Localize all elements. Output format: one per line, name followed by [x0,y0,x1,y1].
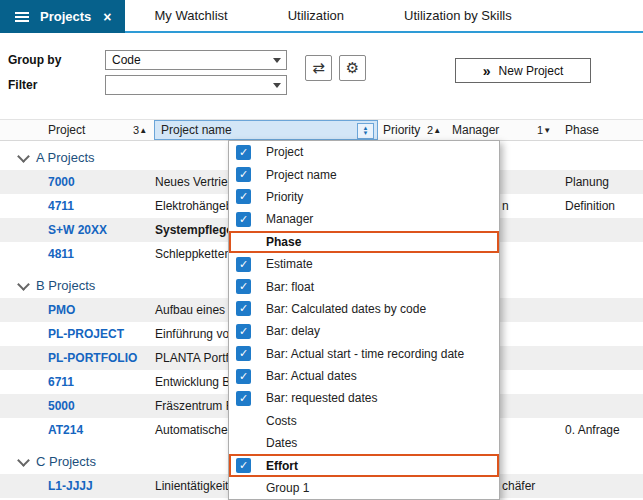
project-name-cell: Automatisches [155,418,234,442]
manager-cell: n [502,194,509,218]
sort-toggle-icon[interactable]: ▲ ▼ [357,123,374,139]
checkbox-checked-icon[interactable]: ✓ [236,458,251,473]
group-by-value: Code [112,53,141,67]
project-name-cell: PLANTA Portfo [155,346,235,370]
column-header-project-name[interactable]: Project name ▲ ▼ [154,120,378,140]
project-code-link[interactable]: 6711 [48,370,74,394]
project-name-cell: Schleppketten [155,242,231,266]
column-header-project[interactable]: Project [48,120,85,140]
project-code-link[interactable]: PL-PORTFOLIO [48,346,137,370]
menu-item-manager[interactable]: ✓Manager [229,208,499,230]
column-header-manager[interactable]: Manager [452,120,499,140]
filter-label: Filter [8,75,37,95]
project-name-cell: Fräszentrum F [155,394,233,418]
hamburger-menu-icon[interactable] [15,16,29,18]
checkbox-unchecked-icon[interactable] [236,436,251,451]
menu-item-bar-float[interactable]: ✓Bar: float [229,275,499,297]
checkbox-checked-icon[interactable]: ✓ [236,279,251,294]
menu-item-bar-requested-dates[interactable]: ✓Bar: requested dates [229,387,499,409]
phase-cell: Planung [565,170,609,194]
filter-select[interactable] [105,75,287,95]
sort-asc-icon: ▲ [139,126,147,135]
column-header-priority[interactable]: Priority [383,120,420,140]
project-name-cell: Einführung von [155,322,236,346]
project-name-cell: Entwicklung Bo [155,370,237,394]
checkbox-checked-icon[interactable]: ✓ [236,391,251,406]
menu-item-phase[interactable]: Phase [229,231,499,253]
project-code-link[interactable]: 7000 [48,170,75,194]
new-project-label: New Project [499,64,564,78]
chevron-down-icon [273,58,281,63]
project-name-cell: Neues Vertrieb [155,170,234,194]
project-code-link[interactable]: 4711 [48,194,74,218]
project-name-cell: Linientätigkeit [155,474,228,498]
column-chooser-menu: ✓Project ✓Project name ✓Priority ✓Manage… [228,140,500,500]
checkbox-checked-icon[interactable]: ✓ [236,189,251,204]
checkbox-checked-icon[interactable]: ✓ [236,257,251,272]
tab-utilization-by-skills[interactable]: Utilization by Skills [374,0,542,31]
checkbox-checked-icon[interactable]: ✓ [236,301,251,316]
sort-indicator-priority[interactable]: 2▲ [427,120,441,141]
checkbox-checked-icon[interactable]: ✓ [236,324,251,339]
menu-item-bar-delay[interactable]: ✓Bar: delay [229,320,499,342]
close-tab-icon[interactable]: × [103,9,111,25]
menu-item-project[interactable]: ✓Project [229,141,499,163]
tab-projects[interactable]: Projects × [0,0,125,33]
tab-my-watchlist[interactable]: My Watchlist [125,0,258,31]
project-code-link[interactable]: S+W 20XX [48,218,107,242]
tab-utilization[interactable]: Utilization [258,0,374,31]
project-code-link[interactable]: PL-PROJECT [48,322,124,346]
menu-item-dates[interactable]: Dates [229,432,499,454]
menu-item-effort[interactable]: ✓Effort [229,454,499,476]
project-code-link[interactable]: PMO [48,298,75,322]
chevron-down-icon[interactable] [17,454,30,467]
column-header-phase[interactable]: Phase [565,120,599,140]
checkbox-unchecked-icon[interactable] [236,234,251,249]
checkbox-checked-icon[interactable]: ✓ [236,369,251,384]
grid-header: Project 3▲ Project name ▲ ▼ Priority 2▲ … [0,119,643,141]
menu-item-costs[interactable]: Costs [229,410,499,432]
checkbox-checked-icon[interactable]: ✓ [236,145,251,160]
project-name-cell: Elektrohängeb [155,194,232,218]
chevron-down-icon[interactable] [17,150,30,163]
menu-item-bar-actual-dates[interactable]: ✓Bar: Actual dates [229,365,499,387]
group-by-label: Group by [8,50,61,70]
menu-item-bar-calculated-dates[interactable]: ✓Bar: Calculated dates by code [229,298,499,320]
double-chevron-right-icon: » [483,63,490,79]
chevron-down-icon [273,83,281,88]
new-project-button[interactable]: » New Project [455,58,591,83]
menu-item-bar-actual-start[interactable]: ✓Bar: Actual start - time recording date [229,343,499,365]
chevron-down-icon[interactable] [17,278,30,291]
sort-asc-icon: ▲ [433,126,441,135]
project-name-cell: Aufbau eines P [155,298,236,322]
manager-cell: chäfer [502,474,535,498]
project-name-cell: Systempflege [155,218,233,242]
sort-indicator-manager[interactable]: 1▼ [537,120,551,141]
sort-indicator-project[interactable]: 3▲ [133,120,147,141]
project-code-link[interactable]: 4811 [48,242,74,266]
checkbox-checked-icon[interactable]: ✓ [236,167,251,182]
project-code-link[interactable]: L1-JJJJ [48,474,93,498]
reload-button[interactable]: ⇄ [305,55,332,81]
gear-icon: ⚙ [346,59,359,77]
menu-item-estimate[interactable]: ✓Estimate [229,253,499,275]
checkbox-checked-icon[interactable]: ✓ [236,212,251,227]
app-window: Projects × My Watchlist Utilization Util… [0,0,643,500]
project-code-link[interactable]: AT214 [48,418,83,442]
menu-item-group-1[interactable]: Group 1 [229,477,499,499]
phase-cell: Definition [565,194,615,218]
group-by-select[interactable]: Code [105,50,287,70]
reload-icon: ⇄ [312,59,325,77]
menu-item-project-name[interactable]: ✓Project name [229,163,499,185]
settings-button[interactable]: ⚙ [339,55,366,81]
checkbox-checked-icon[interactable]: ✓ [236,346,251,361]
checkbox-unchecked-icon[interactable] [236,413,251,428]
phase-cell: 0. Anfrage [565,418,620,442]
project-code-link[interactable]: 5000 [48,394,75,418]
sort-desc-icon: ▼ [543,126,551,135]
tab-projects-label: Projects [40,9,91,24]
tabbar: Projects × My Watchlist Utilization Util… [0,0,542,33]
checkbox-unchecked-icon[interactable] [236,481,251,496]
menu-item-priority[interactable]: ✓Priority [229,186,499,208]
